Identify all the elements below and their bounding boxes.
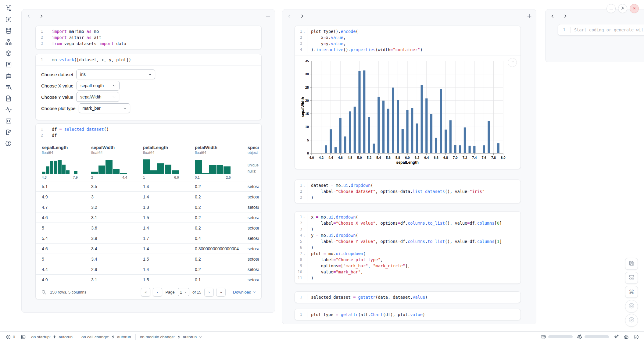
table-cell: 0.2 bbox=[195, 257, 248, 262]
on-cell-change-setting[interactable]: on cell change: autorun bbox=[79, 335, 134, 339]
errors-indicator[interactable]: 0 bbox=[3, 334, 18, 340]
chat-icon[interactable] bbox=[5, 73, 12, 79]
data-sources-icon[interactable] bbox=[5, 27, 12, 34]
add-cell-icon[interactable] bbox=[265, 13, 271, 19]
next-page-button[interactable]: › bbox=[204, 288, 214, 297]
page-select[interactable]: 1 bbox=[178, 288, 189, 296]
chevron-down-icon bbox=[148, 72, 152, 77]
table-cell: 0.2 bbox=[195, 267, 248, 272]
table-row[interactable]: 4.42.91.40.2setosa bbox=[36, 264, 261, 274]
table-search-button[interactable] bbox=[41, 290, 46, 295]
vega-actions-button[interactable] bbox=[508, 58, 517, 67]
code-editor-df[interactable]: 1df = selected_dataset()2df bbox=[36, 124, 261, 141]
on-startup-setting[interactable]: on startup: autorun bbox=[29, 335, 76, 339]
table-row[interactable]: 4.63.11.50.2setosa bbox=[36, 212, 261, 223]
code-line: df bbox=[48, 132, 57, 138]
tracing-icon[interactable] bbox=[5, 106, 12, 113]
connection-status-button[interactable] bbox=[633, 334, 639, 340]
column-histogram[interactable] bbox=[195, 158, 231, 174]
column-prev-icon[interactable] bbox=[287, 13, 292, 19]
table-row[interactable]: 4.63.41.40.30000000000000004setosa bbox=[36, 243, 261, 254]
code-editor-plot-type[interactable]: 1plot_type = getattr(alt.Chart(df), plot… bbox=[295, 309, 521, 320]
scratchpad-icon[interactable] bbox=[5, 129, 12, 136]
play-icon bbox=[628, 316, 635, 324]
code-editor-selected-dataset[interactable]: 1selected_dataset = getattr(data, datase… bbox=[295, 292, 521, 303]
column-histogram[interactable] bbox=[143, 158, 179, 174]
choose-y-value-select[interactable]: sepalWidth bbox=[76, 92, 119, 102]
variables-icon[interactable] bbox=[5, 16, 12, 23]
dropdown-row: Choose X valuesepalLength bbox=[41, 81, 256, 90]
logs-icon[interactable] bbox=[5, 61, 12, 68]
column-header-sepalLength[interactable]: sepalLengthfloat644.37.9 bbox=[42, 145, 91, 179]
code-editor-xyplot[interactable]: 1⌄x = mo.ui.dropdown(2 label="Choose X v… bbox=[295, 212, 521, 283]
packages-icon[interactable] bbox=[5, 50, 12, 57]
file-explorer-icon[interactable] bbox=[5, 5, 12, 12]
choose-dataset-select[interactable]: iris bbox=[76, 69, 155, 79]
layout-button[interactable] bbox=[625, 272, 638, 284]
column-header-species[interactable]: speciesobjectuniquenulls: bbox=[248, 145, 259, 179]
divider bbox=[77, 334, 77, 340]
download-button[interactable]: Download bbox=[233, 290, 256, 294]
prev-page-button[interactable]: ‹ bbox=[153, 288, 162, 297]
column-3-header bbox=[550, 12, 644, 20]
code-editor-dataset[interactable]: 1⌄dataset = mo.ui.dropdown(2 label="Choo… bbox=[295, 180, 521, 203]
table-row[interactable]: 4.931.40.2setosa bbox=[36, 191, 261, 202]
choose-x-value-select[interactable]: sepalLength bbox=[77, 81, 120, 91]
documentation-icon[interactable] bbox=[5, 95, 12, 102]
column-next-icon[interactable] bbox=[563, 13, 568, 19]
snippets-search-icon[interactable] bbox=[5, 84, 12, 91]
table-row[interactable]: 5.13.51.40.2setosa bbox=[36, 181, 261, 191]
add-cell-icon[interactable] bbox=[526, 13, 532, 19]
column-header-petalWidth[interactable]: petalWidthfloat640.12.5 bbox=[195, 145, 248, 179]
save-button[interactable] bbox=[625, 258, 638, 270]
column-histogram[interactable] bbox=[91, 158, 127, 174]
table-cell: 1.5 bbox=[143, 277, 195, 282]
memory-usage-meter[interactable] bbox=[541, 334, 573, 340]
table-cell: 3.1 bbox=[91, 215, 143, 220]
code-editor-empty[interactable]: 1Start coding or generate with bbox=[558, 24, 644, 35]
stop-button[interactable] bbox=[625, 300, 638, 313]
table-row[interactable]: 4.93.11.50.1setosa bbox=[36, 274, 261, 285]
on-module-change-setting[interactable]: on module change: autorun bbox=[137, 335, 206, 339]
code-editor-imports[interactable]: 1import marimo as mo2import altair as al… bbox=[36, 26, 261, 49]
code-line: label="Choose plot type", bbox=[307, 257, 383, 263]
choose-plot-type-select[interactable]: mark_bar bbox=[79, 103, 130, 113]
snippets-icon[interactable] bbox=[5, 118, 12, 124]
copilot-button[interactable] bbox=[623, 334, 629, 340]
ai-assistant-button[interactable] bbox=[613, 334, 619, 340]
column-histogram[interactable] bbox=[42, 158, 78, 174]
svg-text:10: 10 bbox=[305, 125, 309, 129]
column-next-icon[interactable] bbox=[299, 13, 305, 19]
column-next-icon[interactable] bbox=[39, 13, 44, 19]
help-icon[interactable] bbox=[5, 140, 12, 147]
last-page-button[interactable]: » bbox=[216, 288, 226, 297]
terminal-button[interactable] bbox=[18, 334, 29, 340]
table-row[interactable]: 53.61.40.2setosa bbox=[36, 223, 261, 233]
settings-button[interactable] bbox=[618, 4, 627, 13]
line-number: 3 bbox=[36, 41, 48, 47]
code-editor-vstack[interactable]: 1mo.vstack([dataset, x, y, plot]) bbox=[36, 54, 261, 65]
column-header-petalLength[interactable]: petalLengthfloat6416.9 bbox=[143, 145, 195, 179]
shutdown-button[interactable] bbox=[630, 4, 639, 13]
line-number: 2 bbox=[36, 132, 48, 138]
svg-text:7.6: 7.6 bbox=[482, 156, 486, 159]
column-prev-icon[interactable] bbox=[26, 13, 31, 19]
check-circle-icon bbox=[633, 334, 639, 340]
table-row[interactable]: 53.41.50.2setosa bbox=[36, 254, 261, 264]
keyboard-shortcuts-button[interactable]: ⌘ bbox=[625, 286, 638, 298]
column-prev-icon[interactable] bbox=[550, 13, 555, 19]
menu-button[interactable] bbox=[606, 4, 616, 13]
svg-text:6.8: 6.8 bbox=[443, 156, 448, 159]
line-number: 3 bbox=[295, 226, 307, 232]
column-header-sepalWidth[interactable]: sepalWidthfloat6424.4 bbox=[91, 145, 143, 179]
lightning-icon bbox=[52, 335, 57, 339]
cpu-usage-meter[interactable] bbox=[577, 334, 609, 340]
table-cell: 4.6 bbox=[42, 246, 91, 251]
cpu-usage-bar bbox=[585, 335, 609, 338]
code-editor-plot[interactable]: 1⌄plot_type().encode(2 x=x.value,3 y=y.v… bbox=[295, 26, 521, 55]
table-row[interactable]: 4.73.21.30.2setosa bbox=[36, 202, 261, 212]
run-button[interactable] bbox=[625, 314, 638, 327]
first-page-button[interactable]: « bbox=[141, 288, 150, 297]
table-row[interactable]: 5.43.91.70.4setosa bbox=[36, 233, 261, 243]
dependency-graph-icon[interactable] bbox=[5, 39, 12, 45]
